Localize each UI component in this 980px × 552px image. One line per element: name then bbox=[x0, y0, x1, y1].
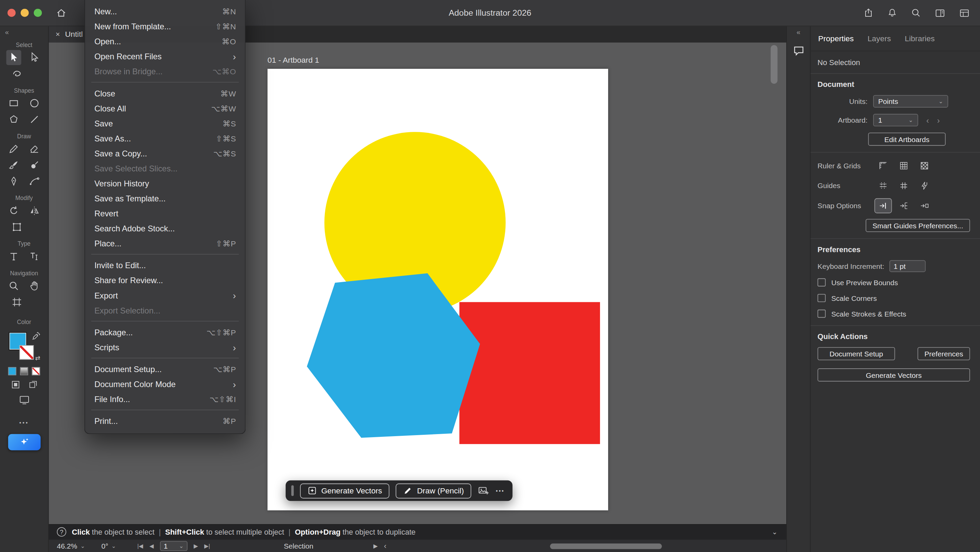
menu-item-open-recent-files[interactable]: Open Recent Files› bbox=[85, 49, 245, 64]
horizontal-scrollbar-thumb[interactable] bbox=[550, 543, 662, 549]
search-icon[interactable] bbox=[910, 8, 921, 18]
free-transform-tool-icon[interactable] bbox=[10, 219, 24, 235]
rotation-dropdown[interactable]: 0° ⌄ bbox=[102, 542, 116, 550]
minimize-window-button[interactable] bbox=[21, 9, 29, 17]
menu-item-new-from-template[interactable]: New from Template...⇧⌘N bbox=[85, 19, 245, 34]
eyedropper-icon[interactable] bbox=[32, 332, 41, 340]
collapse-toolbox-icon[interactable]: « bbox=[0, 26, 9, 36]
menu-item-open[interactable]: Open...⌘O bbox=[85, 34, 245, 49]
zoom-tool-icon[interactable] bbox=[6, 278, 21, 294]
previous-artboard-icon[interactable]: ‹ bbox=[926, 116, 929, 124]
menu-item-revert[interactable]: Revert bbox=[85, 206, 245, 221]
close-window-button[interactable] bbox=[8, 9, 16, 17]
scroll-left-icon[interactable]: ‹ bbox=[384, 542, 387, 550]
zoom-window-button[interactable] bbox=[34, 9, 42, 17]
ai-assistant-button[interactable] bbox=[8, 434, 40, 450]
menu-item-search-adobe-stock[interactable]: Search Adobe Stock... bbox=[85, 221, 245, 236]
smart-guides-preferences-button[interactable]: Smart Guides Preferences... bbox=[865, 219, 970, 232]
checkbox-box[interactable] bbox=[818, 278, 826, 287]
checkbox-box[interactable] bbox=[818, 294, 826, 302]
tab-libraries[interactable]: Libraries bbox=[905, 34, 935, 43]
keyboard-increment-input[interactable]: 1 pt bbox=[889, 260, 925, 272]
draw-behind-mode-icon[interactable] bbox=[28, 380, 38, 389]
taskbar-drag-handle[interactable] bbox=[291, 485, 294, 496]
horizontal-scrollbar[interactable] bbox=[391, 543, 778, 549]
close-tab-icon[interactable]: × bbox=[56, 30, 60, 39]
lock-guides-icon[interactable] bbox=[896, 179, 912, 193]
menu-item-version-history[interactable]: Version History bbox=[85, 176, 245, 191]
checkbox-scale-corners[interactable]: Scale Corners bbox=[818, 294, 970, 302]
collapse-panel-icon[interactable]: « bbox=[797, 26, 800, 36]
menu-item-package[interactable]: Package...⌥⇧⌘P bbox=[85, 325, 245, 340]
lasso-tool-icon[interactable] bbox=[10, 67, 24, 81]
artboard-name-label[interactable]: 01 - Artboard 1 bbox=[268, 56, 320, 64]
rotate-tool-icon[interactable] bbox=[6, 203, 21, 219]
vertical-scrollbar-thumb[interactable] bbox=[771, 45, 777, 84]
show-guides-icon[interactable] bbox=[875, 179, 891, 193]
eraser-tool-icon[interactable] bbox=[27, 141, 42, 156]
menu-item-save-as-template[interactable]: Save as Template... bbox=[85, 191, 245, 206]
units-dropdown[interactable]: Points ⌄ bbox=[873, 95, 948, 108]
hand-tool-icon[interactable] bbox=[27, 278, 42, 294]
ellipse-tool-icon[interactable] bbox=[27, 96, 42, 111]
reflect-tool-icon[interactable] bbox=[27, 203, 42, 219]
blob-brush-tool-icon[interactable] bbox=[27, 158, 42, 173]
share-icon[interactable] bbox=[863, 8, 874, 18]
menu-item-print[interactable]: Print...⌘P bbox=[85, 413, 245, 428]
stroke-color-swatch[interactable] bbox=[19, 345, 33, 359]
pen-tool-icon[interactable] bbox=[6, 174, 21, 189]
transparency-grid-icon[interactable] bbox=[916, 159, 933, 172]
layout-icon[interactable] bbox=[959, 7, 970, 18]
document-setup-button[interactable]: Document Setup bbox=[818, 347, 895, 361]
menu-item-invite-to-edit[interactable]: Invite to Edit... bbox=[85, 258, 245, 273]
menu-item-save-as[interactable]: Save As...⇧⌘S bbox=[85, 131, 245, 146]
menu-item-export[interactable]: Export› bbox=[85, 287, 245, 303]
snap-to-pixel-icon[interactable] bbox=[916, 199, 933, 213]
checkbox-scale-strokes-effects[interactable]: Scale Strokes & Effects bbox=[818, 310, 970, 318]
selection-tool-icon[interactable] bbox=[6, 50, 21, 65]
type-tool-icon[interactable] bbox=[6, 249, 21, 264]
screen-mode-icon[interactable] bbox=[18, 394, 30, 405]
generate-vectors-taskbar-button[interactable]: Generate Vectors bbox=[300, 483, 390, 498]
next-artboard-icon[interactable]: › bbox=[937, 116, 940, 124]
grid-icon[interactable] bbox=[896, 159, 912, 172]
line-tool-icon[interactable] bbox=[27, 112, 42, 127]
touch-type-tool-icon[interactable] bbox=[27, 249, 42, 264]
help-icon[interactable]: ? bbox=[57, 527, 67, 537]
status-popup-icon[interactable]: ▶ bbox=[374, 543, 378, 549]
pencil-tool-icon[interactable] bbox=[6, 141, 21, 156]
polygon-tool-icon[interactable] bbox=[6, 112, 21, 127]
direct-selection-tool-icon[interactable] bbox=[27, 50, 42, 65]
home-icon[interactable] bbox=[56, 7, 67, 18]
artboard-tool-icon[interactable] bbox=[10, 295, 24, 310]
more-tools-button[interactable]: ••• bbox=[19, 420, 29, 426]
scroll-down-icon[interactable]: ⌄ bbox=[772, 528, 777, 536]
menu-item-close-all[interactable]: Close All⌥⌘W bbox=[85, 101, 245, 116]
menu-item-place[interactable]: Place...⇧⌘P bbox=[85, 236, 245, 251]
smart-guides-icon[interactable] bbox=[916, 179, 933, 193]
draw-pencil-button[interactable]: Draw (Pencil) bbox=[396, 483, 471, 498]
menu-item-new[interactable]: New...⌘N bbox=[85, 4, 245, 19]
menu-item-share-for-review[interactable]: Share for Review... bbox=[85, 273, 245, 287]
zoom-level-dropdown[interactable]: 46.2% ⌄ bbox=[57, 542, 85, 550]
comments-icon[interactable] bbox=[792, 44, 805, 57]
menu-item-close[interactable]: Close⌘W bbox=[85, 86, 245, 101]
tab-layers[interactable]: Layers bbox=[868, 34, 891, 43]
menu-item-scripts[interactable]: Scripts› bbox=[85, 340, 245, 355]
artboard-dropdown[interactable]: 1 ⌄ bbox=[873, 114, 918, 126]
menu-item-document-setup[interactable]: Document Setup...⌥⌘P bbox=[85, 362, 245, 377]
gradient-swatch-button[interactable] bbox=[20, 367, 28, 375]
panels-icon[interactable] bbox=[934, 7, 946, 18]
notifications-icon[interactable] bbox=[887, 8, 897, 18]
edit-artboards-button[interactable]: Edit Artboards bbox=[868, 132, 946, 146]
artboard-number-input[interactable]: 1 ⌄ bbox=[160, 541, 188, 551]
rectangle-tool-icon[interactable] bbox=[6, 96, 21, 111]
generate-vectors-button[interactable]: Generate Vectors bbox=[818, 369, 970, 381]
menu-item-save-a-copy[interactable]: Save a Copy...⌥⌘S bbox=[85, 146, 245, 161]
menu-item-document-color-mode[interactable]: Document Color Mode› bbox=[85, 377, 245, 391]
menu-item-file-info[interactable]: File Info...⌥⇧⌘I bbox=[85, 391, 245, 407]
menu-item-save[interactable]: Save⌘S bbox=[85, 116, 245, 131]
media-import-icon[interactable] bbox=[478, 485, 490, 497]
paintbrush-tool-icon[interactable] bbox=[6, 158, 21, 173]
snap-to-grid-icon[interactable] bbox=[896, 199, 912, 213]
